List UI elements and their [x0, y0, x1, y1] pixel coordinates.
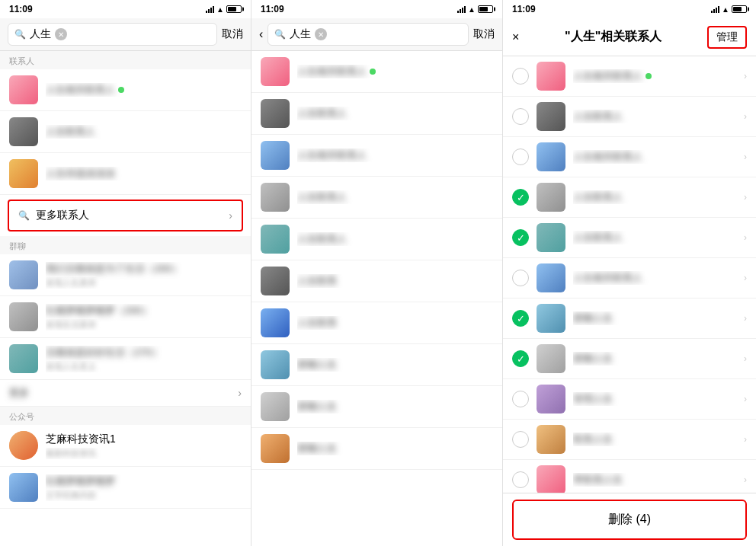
p3-arrow-3: ›	[744, 152, 747, 162]
search-icon-more: 🔍	[18, 210, 30, 221]
account-item-1[interactable]: 芝麻科技资讯1 最新科技资讯	[0, 425, 251, 467]
group-sub-2: 发现生活真谛	[46, 319, 242, 330]
contact-item-3[interactable]: 人生待选淡淡淡	[0, 153, 251, 195]
contact-info-c3: 人生待选淡淡淡	[46, 167, 242, 180]
panel3-title: "人生"相关联系人	[556, 23, 671, 51]
account-name-2: 红楼梦楼梦楼梦	[46, 474, 242, 488]
contact-name-c3: 人生待选淡淡淡	[46, 167, 242, 180]
more-contacts-row[interactable]: 🔍 更多联系人 ›	[8, 200, 243, 231]
p3-item-8[interactable]: ✓ 群聊人生 ›	[503, 339, 756, 379]
p2-avatar-6	[261, 267, 290, 295]
search-input-wrap-1[interactable]: 🔍 人生 ✕	[8, 23, 217, 46]
p3-avatar-2	[537, 102, 565, 131]
p3-item-11[interactable]: 李联系人生 ›	[503, 460, 756, 493]
status-bar-2: 11:09 ▲	[251, 0, 502, 18]
p2-contact-3[interactable]: 人生相关联系人	[251, 135, 502, 177]
p2-contact-7[interactable]: 人生联系	[251, 302, 502, 344]
p3-radio-1	[512, 68, 529, 85]
p3-item-9[interactable]: 管理人生 ›	[503, 379, 756, 420]
panel-1: 11:09 ▲ 🔍 人生 ✕ 取消 联系人	[0, 0, 251, 546]
avatar-c3	[9, 159, 38, 188]
p3-arrow-5: ›	[744, 232, 747, 243]
account-info-1: 芝麻科技资讯1 最新科技资讯	[46, 433, 242, 459]
manage-button[interactable]: 管理	[707, 26, 747, 49]
p3-online-1	[645, 73, 652, 79]
group-item-3[interactable]: 活着就是好好生活（270） 发现人生意义	[0, 338, 251, 380]
group-name-3: 活着就是好好生活（270）	[46, 346, 242, 359]
cancel-button-2[interactable]: 取消	[473, 27, 495, 41]
cancel-button-1[interactable]: 取消	[222, 27, 243, 41]
p3-item-5[interactable]: ✓ 人生联系人 ›	[503, 218, 756, 258]
panel-3: 11:09 ▲ × "人生"相关联系人 管理 人生相关联系人	[503, 0, 756, 546]
p2-avatar-4	[261, 183, 290, 212]
accounts-section-label: 公众号	[0, 407, 251, 425]
delete-button[interactable]: 删除 (4)	[512, 500, 747, 540]
p3-item-10[interactable]: 联系人生 ›	[503, 420, 756, 460]
p3-avatar-7	[537, 304, 565, 333]
p3-item-3[interactable]: 人生相关联系人 ›	[503, 137, 756, 177]
more-groups-arrow: ›	[238, 387, 242, 399]
group-section-label: 群聊	[0, 236, 251, 254]
p3-item-1[interactable]: 人生相关联系人 ›	[503, 56, 756, 97]
p3-arrow-8: ›	[744, 353, 747, 364]
p3-radio-2	[512, 108, 529, 125]
group-info-1: 我们活着就是为了生活（200） 发现人生真谛	[46, 262, 242, 289]
p3-radio-4: ✓	[512, 189, 529, 206]
clear-button-2[interactable]: ✕	[315, 28, 327, 40]
signal-icon-2	[457, 5, 466, 13]
p2-contact-6[interactable]: 人生联系	[251, 260, 502, 302]
more-groups-row[interactable]: 更多 ›	[0, 380, 251, 407]
p3-avatar-6	[537, 263, 565, 292]
contact-name-c1: 人生相关联系人	[46, 83, 242, 97]
p3-avatar-9	[537, 385, 565, 413]
p3-arrow-2: ›	[744, 111, 747, 122]
group-item-2[interactable]: 红楼梦楼梦楼梦（200） 发现生活真谛	[0, 296, 251, 338]
account-avatar-1	[9, 431, 38, 460]
p3-item-4[interactable]: ✓ 人生联系人 ›	[503, 177, 756, 218]
p3-item-7[interactable]: ✓ 群聊人生 ›	[503, 299, 756, 339]
avatar-c1	[9, 75, 38, 104]
search-input-wrap-2[interactable]: 🔍 人生 ✕	[267, 23, 469, 46]
p3-radio-11	[512, 471, 529, 488]
panel1-scroll: 联系人 人生相关联系人 人生联系人	[0, 51, 251, 546]
contact-info-c2: 人生联系人	[46, 125, 242, 139]
group-item-1[interactable]: 我们活着就是为了生活（200） 发现人生真谛	[0, 254, 251, 296]
account-item-2[interactable]: 红楼梦楼梦楼梦 文学经典内容	[0, 467, 251, 509]
p2-avatar-5	[261, 225, 290, 254]
p2-contact-4[interactable]: 人生联系人	[251, 177, 502, 219]
p3-avatar-5	[537, 223, 565, 252]
contacts-section-label-1: 联系人	[0, 51, 251, 69]
p2-group-1[interactable]: 群聊人生	[251, 344, 502, 386]
p2-group-3[interactable]: 群聊人生	[251, 428, 502, 470]
contact-item-1[interactable]: 人生相关联系人	[0, 69, 251, 111]
p3-radio-10	[512, 431, 529, 448]
battery-icon-2	[478, 5, 493, 13]
p3-item-2[interactable]: 人生联系人 ›	[503, 97, 756, 137]
clear-button-1[interactable]: ✕	[55, 28, 67, 40]
p2-contact-2[interactable]: 人生联系人	[251, 93, 502, 135]
p2-contact-5[interactable]: 人生联系人	[251, 219, 502, 260]
p3-avatar-4	[537, 183, 565, 212]
wifi-icon-1: ▲	[216, 5, 224, 14]
p3-radio-8: ✓	[512, 350, 529, 367]
group-sub-1: 发现人生真谛	[46, 277, 242, 289]
back-button-2[interactable]: ‹	[259, 27, 263, 41]
contact-item-2[interactable]: 人生联系人	[0, 111, 251, 153]
panel3-bottom: 删除 (4)	[503, 493, 756, 546]
panel2-scroll: 人生相关联系人 人生联系人 人生相关联系人	[251, 51, 502, 546]
p3-arrow-7: ›	[744, 313, 747, 324]
wifi-icon-2: ▲	[468, 5, 476, 14]
p2-group-2[interactable]: 群聊人生	[251, 386, 502, 428]
search-value-1: 人生	[30, 27, 51, 41]
close-button-3[interactable]: ×	[512, 30, 519, 44]
status-icons-1: ▲	[206, 5, 242, 14]
p3-avatar-3	[537, 142, 565, 171]
p3-radio-3	[512, 148, 529, 165]
signal-icon-1	[206, 5, 214, 13]
p3-item-6[interactable]: 人生相关联系人 ›	[503, 258, 756, 299]
search-bar-1: 🔍 人生 ✕ 取消	[0, 18, 251, 51]
p3-avatar-10	[537, 425, 565, 454]
p3-arrow-9: ›	[744, 394, 747, 404]
status-bar-1: 11:09 ▲	[0, 0, 251, 18]
p2-contact-1[interactable]: 人生相关联系人	[251, 51, 502, 93]
